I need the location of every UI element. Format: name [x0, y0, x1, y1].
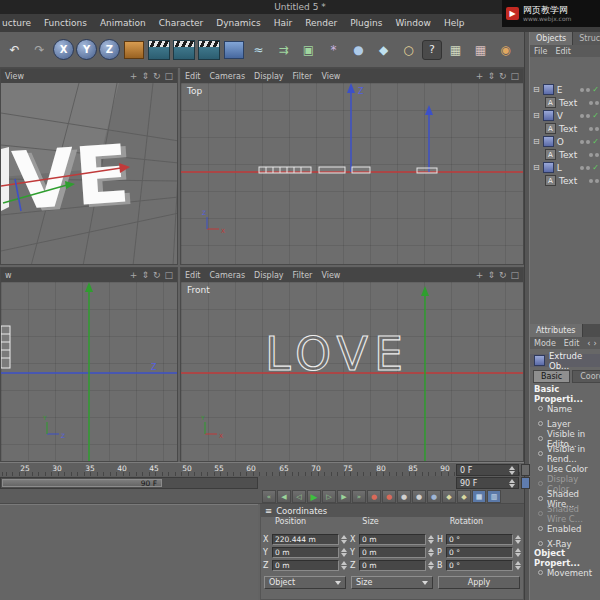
expand-icon[interactable]: ⊟ [533, 112, 540, 120]
enabled-check-icon[interactable]: ✓ [592, 137, 599, 146]
menu-render[interactable]: Render [305, 18, 337, 28]
play-button[interactable]: ▶ [307, 490, 321, 503]
selected-object-row[interactable]: Extrude Ob... [530, 354, 600, 367]
render-visibility-dot[interactable] [595, 101, 599, 105]
pan-icon[interactable]: + [130, 271, 138, 280]
help-icon[interactable]: ? [422, 40, 442, 60]
timeline-mini-button[interactable] [521, 464, 530, 476]
solo-button[interactable]: ▦ [472, 490, 486, 503]
maximize-icon[interactable]: □ [510, 72, 519, 81]
keyframe-dot-icon[interactable] [538, 421, 543, 426]
editor-visibility-dot[interactable] [589, 127, 593, 131]
undo-icon[interactable]: ↶ [3, 37, 26, 63]
render-visibility-dot[interactable] [586, 140, 590, 144]
autokey-button[interactable]: ◆ [457, 490, 471, 503]
viewport-top-canvas[interactable]: Top Z Z X [181, 83, 523, 264]
current-frame-field[interactable]: 0 F [456, 464, 519, 476]
timeline-mini-button-active[interactable] [521, 477, 530, 489]
size-z-field[interactable]: 0 m [359, 560, 426, 571]
editor-visibility-dot[interactable] [580, 114, 584, 118]
object-name[interactable]: Text [559, 98, 577, 108]
record-keyframe-button[interactable]: ● [367, 490, 381, 503]
object-name[interactable]: L [557, 163, 562, 173]
record-rotation-button[interactable]: ● [412, 490, 426, 503]
maximize-icon[interactable]: □ [510, 271, 519, 280]
record-scale-button[interactable]: ● [397, 490, 411, 503]
rotate-icon[interactable]: ↻ [153, 72, 161, 81]
render-visibility-dot[interactable] [595, 153, 599, 157]
size-z-stepper[interactable] [428, 561, 434, 570]
editor-visibility-dot[interactable] [580, 166, 584, 170]
keyframe-dot-icon[interactable] [538, 481, 543, 486]
axis-z-lock[interactable]: Z [99, 39, 120, 60]
enabled-check-icon[interactable]: ✓ [592, 111, 599, 120]
viewport-menu-view[interactable]: View [321, 72, 340, 81]
add-spline-icon[interactable]: ≈ [247, 37, 270, 63]
tab-structure[interactable]: Struc [573, 32, 600, 45]
materials-panel-empty[interactable] [0, 504, 258, 600]
add-light-icon[interactable]: ○ [397, 37, 420, 63]
previous-key-button[interactable]: ◀ [277, 490, 291, 503]
render-visibility-dot[interactable] [586, 88, 590, 92]
menu-mode[interactable]: Mode [534, 339, 556, 348]
tab-basic[interactable]: Basic [533, 370, 570, 383]
pan-icon[interactable]: + [130, 72, 138, 81]
viewport-front-canvas[interactable]: Front LOVE Y X [181, 282, 523, 461]
object-row-text[interactable]: A Text [530, 122, 600, 135]
pan-icon[interactable]: + [476, 271, 484, 280]
position-x-field[interactable]: 220.444 m [272, 534, 339, 545]
keyframe-dot-icon[interactable] [538, 406, 543, 411]
object-name[interactable]: V [557, 111, 563, 121]
keyframe-dot-icon[interactable] [538, 526, 543, 531]
content-browser-icon[interactable]: ▦ [444, 37, 467, 63]
menu-edit[interactable]: Edit [555, 47, 571, 56]
rotation-h-field[interactable]: 0 ° [446, 534, 513, 545]
menu-character[interactable]: Character [159, 18, 203, 28]
object-row-l[interactable]: ⊟ L ✓ [530, 161, 600, 174]
options-button[interactable]: ▥ [487, 490, 501, 503]
viewport-menu-edit[interactable]: Edit [185, 271, 201, 280]
zoom-icon[interactable]: ⇕ [141, 271, 149, 280]
record-pla-button[interactable]: ◆ [442, 490, 456, 503]
render-visibility-dot[interactable] [586, 166, 590, 170]
coordinate-system-icon[interactable] [124, 41, 144, 59]
editor-visibility-dot[interactable] [589, 153, 593, 157]
object-name[interactable]: Text [559, 176, 577, 186]
position-z-stepper[interactable] [341, 561, 347, 570]
enabled-check-icon[interactable]: ✓ [592, 85, 599, 94]
position-z-field[interactable]: 0 m [272, 560, 339, 571]
rotate-icon[interactable]: ↻ [499, 271, 507, 280]
keyframe-dot-icon[interactable] [538, 496, 543, 501]
render-visibility-dot[interactable] [595, 179, 599, 183]
axis-y-lock[interactable]: Y [76, 39, 97, 60]
rotate-icon[interactable]: ↻ [499, 72, 507, 81]
size-y-field[interactable]: 0 m [359, 547, 426, 558]
viewport-menu-cameras[interactable]: Cameras [210, 72, 246, 81]
zoom-icon[interactable]: ⇕ [141, 72, 149, 81]
object-row-text[interactable]: A Text [530, 96, 600, 109]
editor-visibility-dot[interactable] [589, 179, 593, 183]
pan-icon[interactable]: + [476, 72, 484, 81]
record-parameter-button[interactable]: ● [427, 490, 441, 503]
zoom-icon[interactable]: ⇕ [487, 271, 495, 280]
zoom-icon[interactable]: ⇕ [487, 72, 495, 81]
menu-animation[interactable]: Animation [100, 18, 146, 28]
enabled-check-icon[interactable]: ✓ [592, 163, 599, 172]
tab-objects[interactable]: Objects [530, 32, 573, 45]
viewport-menu-cameras[interactable]: Cameras [210, 271, 246, 280]
redo-icon[interactable]: ↷ [28, 37, 51, 63]
object-name[interactable]: E [557, 85, 563, 95]
add-boole-icon[interactable]: ▣ [297, 37, 320, 63]
object-row-v[interactable]: ⊟ V ✓ [530, 109, 600, 122]
next-key-button[interactable]: ▶ [337, 490, 351, 503]
record-position-button[interactable]: ● [382, 490, 396, 503]
add-environment-icon[interactable]: ● [347, 37, 370, 63]
menu-file[interactable]: File [534, 47, 547, 56]
render-visibility-dot[interactable] [595, 127, 599, 131]
timeline-ruler[interactable]: 25 30 35 40 45 50 55 60 65 70 75 80 85 9… [0, 462, 524, 476]
range-end-field[interactable]: 90 F [456, 477, 519, 489]
size-mode-dropdown[interactable]: Size [351, 576, 433, 589]
rotation-h-stepper[interactable] [515, 535, 521, 544]
frame-stepper[interactable] [509, 479, 515, 488]
xpresso-icon[interactable]: ▦ [469, 37, 492, 63]
